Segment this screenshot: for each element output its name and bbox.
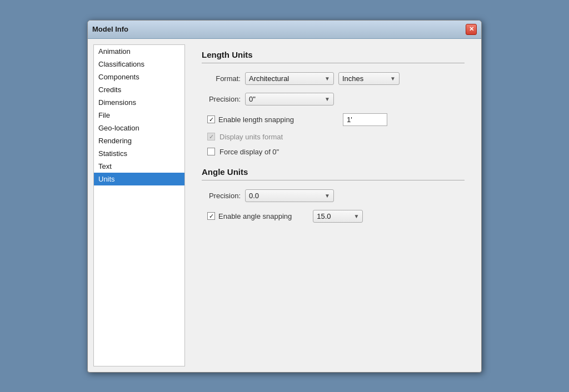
enable-angle-snapping-wrap: Enable angle snapping [207, 212, 292, 220]
sidebar: Animation Classifications Components Cre… [93, 44, 185, 366]
angle-units-title: Angle Units [202, 167, 465, 177]
sidebar-item-rendering[interactable]: Rendering [94, 134, 184, 147]
enable-length-snapping-checkbox[interactable] [207, 115, 215, 123]
format-second-arrow: ▼ [390, 76, 396, 82]
window-title: Model Info [92, 25, 128, 33]
main-panel: Length Units Format: Architectural ▼ Inc… [191, 44, 476, 366]
enable-length-snapping-wrap: Enable length snapping [207, 115, 294, 124]
format-dropdown[interactable]: Architectural ▼ [245, 72, 334, 85]
title-bar: Model Info ✕ [88, 21, 481, 39]
angle-precision-label: Precision: [202, 192, 241, 200]
force-display-label: Force display of 0" [219, 148, 279, 156]
display-units-format-checkbox [207, 133, 215, 140]
format-second-dropdown[interactable]: Inches ▼ [338, 72, 400, 85]
model-info-window: Model Info ✕ Animation Classifications C… [87, 20, 482, 373]
sidebar-item-credits[interactable]: Credits [94, 83, 184, 96]
precision-label: Precision: [202, 95, 241, 103]
precision-value: 0" [249, 95, 256, 103]
format-dropdown-arrow: ▼ [325, 76, 330, 82]
force-display-checkbox[interactable] [207, 148, 215, 155]
enable-length-snapping-row: Enable length snapping [207, 113, 465, 126]
angle-precision-row: Precision: 0.0 ▼ [202, 189, 465, 202]
enable-angle-snapping-label: Enable angle snapping [218, 212, 292, 220]
sidebar-item-geo-location[interactable]: Geo-location [94, 122, 184, 134]
display-units-format-row: Display units format [207, 133, 465, 141]
length-units-title: Length Units [202, 50, 465, 59]
sidebar-item-file[interactable]: File [94, 109, 184, 122]
angle-precision-arrow: ▼ [325, 193, 330, 199]
display-units-format-label: Display units format [219, 133, 283, 141]
format-row: Format: Architectural ▼ Inches ▼ [202, 72, 465, 85]
angle-units-divider [202, 180, 465, 180]
precision-row: Precision: 0" ▼ [202, 93, 465, 105]
close-button[interactable]: ✕ [466, 24, 477, 35]
sidebar-item-animation[interactable]: Animation [94, 45, 184, 58]
precision-dropdown[interactable]: 0" ▼ [245, 93, 334, 105]
angle-snapping-value: 15.0 [317, 212, 331, 220]
enable-angle-snapping-checkbox[interactable] [207, 212, 215, 220]
content-area: Animation Classifications Components Cre… [88, 39, 481, 372]
format-label: Format: [202, 74, 241, 83]
precision-arrow: ▼ [325, 96, 330, 102]
sidebar-item-units[interactable]: Units [94, 173, 184, 185]
sidebar-item-components[interactable]: Components [94, 71, 184, 83]
force-display-row: Force display of 0" [207, 148, 465, 156]
angle-snapping-dropdown[interactable]: 15.0 ▼ [313, 210, 363, 223]
length-units-divider [202, 63, 465, 63]
angle-precision-dropdown[interactable]: 0.0 ▼ [245, 189, 334, 202]
format-second-value: Inches [342, 74, 363, 83]
enable-angle-snapping-row: Enable angle snapping 15.0 ▼ [207, 210, 465, 223]
angle-precision-value: 0.0 [249, 192, 259, 200]
enable-length-snapping-label: Enable length snapping [218, 115, 294, 124]
length-snapping-input[interactable] [343, 113, 387, 126]
sidebar-item-text[interactable]: Text [94, 160, 184, 173]
format-value: Architectural [249, 74, 289, 83]
sidebar-item-dimensions[interactable]: Dimensions [94, 96, 184, 109]
sidebar-item-statistics[interactable]: Statistics [94, 147, 184, 160]
sidebar-item-classifications[interactable]: Classifications [94, 58, 184, 71]
angle-snapping-arrow: ▼ [353, 213, 359, 219]
